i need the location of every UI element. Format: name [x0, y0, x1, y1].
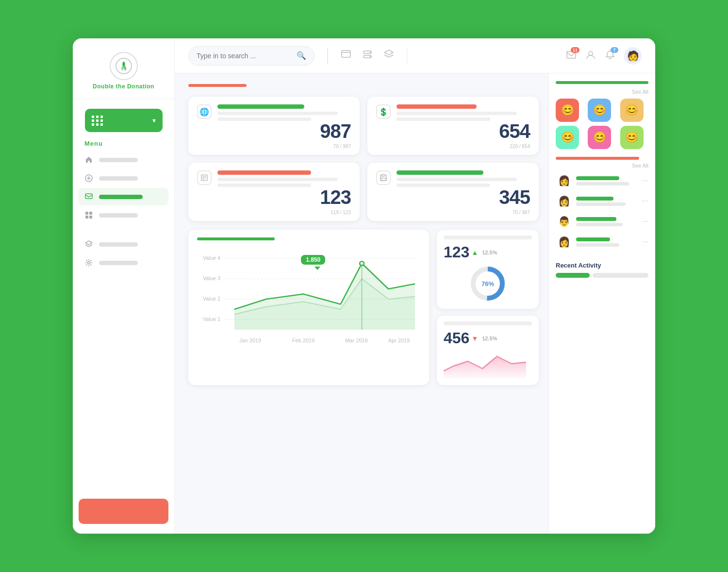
svg-text:Jan 2019: Jan 2019 — [239, 337, 261, 343]
arrow-down-icon: ▼ — [471, 335, 478, 342]
chevron-down-icon: ▾ — [152, 117, 156, 124]
mini-stat-value-1: 123 ▲ 12.5% — [444, 243, 532, 261]
svg-point-16 — [369, 56, 370, 57]
stat-card-3-header — [197, 170, 351, 187]
search-box[interactable]: 🔍 — [188, 46, 314, 66]
stat-line-2a — [397, 112, 517, 115]
user-name-bar-1 — [576, 176, 619, 180]
avatar-green[interactable]: 😊 — [620, 126, 644, 149]
sidebar-item-add[interactable] — [79, 169, 168, 187]
home-icon — [84, 155, 93, 164]
action-button[interactable] — [79, 499, 168, 524]
user-more-4[interactable]: ··· — [642, 237, 648, 246]
stat-card-4-header — [376, 170, 530, 187]
chart-area: 1.850 Value 4 Value 3 — [197, 248, 420, 350]
sidebar-item-home[interactable] — [79, 151, 168, 168]
see-all-2[interactable]: See All — [556, 163, 648, 168]
recent-bar-wrap — [556, 273, 648, 278]
svg-point-19 — [589, 51, 593, 55]
stat-line-4b — [397, 184, 490, 187]
recent-activity-label: Recent Activity — [556, 262, 648, 269]
svg-rect-8 — [89, 216, 92, 219]
stat-lines-2 — [397, 104, 530, 121]
user-list: 👩 ··· 👩 ··· — [556, 172, 648, 250]
mail-icon-wrap[interactable]: 11 — [566, 50, 577, 62]
sidebar-item-layers[interactable] — [79, 236, 168, 253]
svg-text:Value 1: Value 1 — [203, 316, 220, 322]
avatar-blue[interactable]: 😊 — [588, 99, 611, 122]
stat-line-3a — [217, 178, 338, 181]
user-more-1[interactable]: ··· — [642, 176, 648, 185]
donut-chart: 76% — [468, 264, 507, 303]
right-panel-bar-red — [556, 157, 639, 160]
wave-wrap — [444, 350, 532, 379]
mini-stat-2: 456 ▼ 12.5% — [437, 316, 539, 385]
server-icon[interactable] — [362, 49, 373, 62]
stat-card-4: 345 70 / 987 — [367, 163, 539, 221]
menu-button[interactable]: ▾ — [85, 109, 163, 132]
arrow-up-icon: ▲ — [471, 249, 478, 256]
stat-line-2b — [397, 118, 490, 121]
stat-card-2-header: 💲 — [376, 104, 530, 121]
mini-value-text-1: 123 — [444, 243, 469, 261]
see-all-1[interactable]: See All — [556, 89, 648, 95]
recent-bar-light — [593, 273, 648, 278]
sidebar-item-settings[interactable] — [79, 254, 168, 271]
wave-chart — [444, 352, 526, 378]
logo-text: Double the Donation — [93, 83, 154, 90]
user-item-1: 👩 ··· — [556, 172, 648, 189]
user-icon-wrap[interactable] — [585, 50, 596, 62]
search-icon: 🔍 — [297, 51, 306, 60]
section-bar-red — [188, 84, 247, 87]
stat-value-2: 654 — [499, 120, 530, 142]
user-info-1 — [576, 176, 638, 185]
user-info-4 — [576, 237, 638, 247]
logo-title: Double the Donation — [93, 83, 154, 90]
dots-grid-icon — [92, 116, 103, 126]
donut-wrap: 76% — [444, 264, 532, 303]
avatar-wrap[interactable]: 🧑 — [624, 47, 642, 65]
topbar-divider — [327, 48, 328, 64]
sidebar-item-grid[interactable] — [79, 206, 168, 224]
stat-card-1: 🌐 987 70 / 987 — [188, 97, 360, 155]
sidebar-item-messages[interactable] — [79, 188, 168, 205]
stat-bar-green-4 — [397, 170, 483, 175]
layers-top-icon[interactable] — [383, 49, 394, 62]
svg-text:Mar 2019: Mar 2019 — [345, 337, 367, 343]
avatar-pink[interactable]: 😊 — [588, 126, 611, 149]
messages-icon — [84, 192, 93, 201]
chart-header-bar — [197, 237, 275, 240]
user-sub-bar-4 — [576, 243, 619, 247]
bell-icon-wrap[interactable]: 7 — [605, 50, 615, 62]
svg-text:Feb 2019: Feb 2019 — [292, 337, 314, 343]
avatar-grid: 😊 😊 😊 😊 😊 😊 — [556, 99, 648, 149]
svg-rect-4 — [85, 194, 92, 199]
stat-icon-save — [376, 170, 391, 185]
tooltip-value: 1.850 — [306, 256, 320, 263]
svg-marker-46 — [444, 356, 526, 378]
search-input[interactable] — [197, 52, 293, 60]
svg-text:Value 3: Value 3 — [203, 275, 220, 281]
stat-line-1a — [217, 112, 338, 115]
user-info-3 — [576, 217, 638, 226]
user-avatar-3: 👨 — [556, 213, 572, 230]
svg-point-10 — [88, 262, 90, 264]
user-more-3[interactable]: ··· — [642, 217, 648, 226]
avatar-yellow[interactable]: 😊 — [620, 99, 644, 122]
mini-value-text-2: 456 — [444, 329, 469, 347]
user-avatar-2: 👩 — [556, 193, 572, 209]
topbar-divider2 — [407, 48, 408, 64]
stat-lines-1 — [217, 104, 351, 121]
user-sub-bar-1 — [576, 182, 629, 185]
avatar-red[interactable]: 😊 — [556, 99, 579, 122]
topbar-icons-right: 11 7 🧑 — [566, 47, 642, 65]
layers-icon — [84, 240, 93, 249]
svg-rect-7 — [85, 216, 88, 219]
window-icon[interactable] — [341, 49, 351, 62]
mini-stat-1: 123 ▲ 12.5% 76% — [437, 230, 539, 309]
user-sub-bar-2 — [576, 202, 626, 206]
stat-cards-grid: 🌐 987 70 / 987 💲 — [188, 97, 539, 221]
user-more-2[interactable]: ··· — [642, 197, 648, 205]
avatar-teal[interactable]: 😊 — [556, 126, 579, 149]
svg-text:Value 4: Value 4 — [203, 255, 220, 261]
